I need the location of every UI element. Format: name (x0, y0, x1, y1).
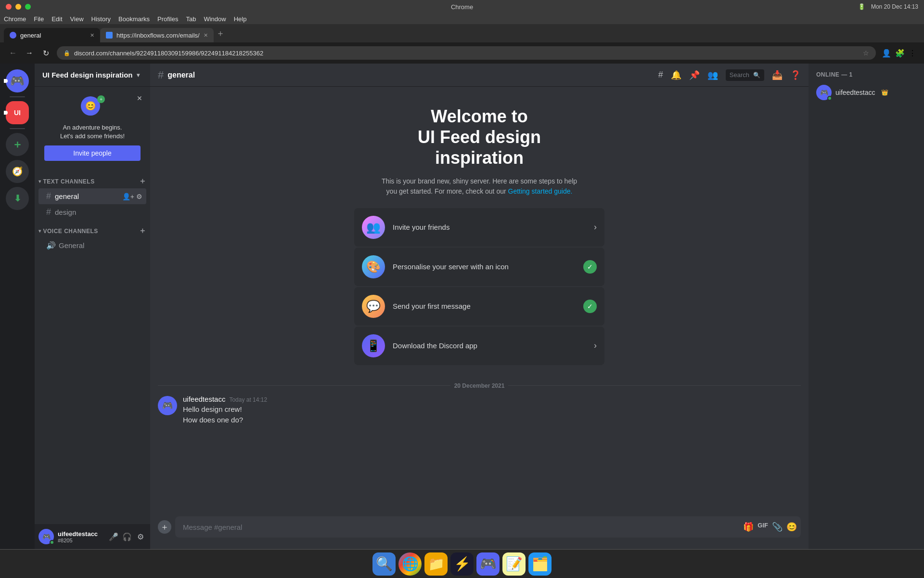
dock-notes[interactable]: 📝 (502, 552, 526, 576)
dock-folder[interactable]: 📁 (424, 552, 448, 576)
checklist-item-download[interactable]: 📱 Download the Discord app › (354, 327, 604, 365)
channel-item-design[interactable]: # design (38, 204, 146, 220)
channel-item-general[interactable]: # general 👤+ ⚙ (38, 188, 146, 204)
members-icon[interactable]: 👥 (707, 70, 718, 80)
menu-history[interactable]: History (91, 15, 111, 23)
close-button[interactable] (6, 4, 12, 10)
add-text-channel-button[interactable]: ＋ (139, 176, 147, 186)
voice-channels-chevron: ▾ (38, 228, 41, 234)
address-field[interactable]: 🔒 discord.com/channels/92249118030915998… (57, 46, 876, 60)
minimize-button[interactable] (15, 4, 21, 10)
inbox-icon[interactable]: 📥 (772, 70, 783, 80)
traffic-lights[interactable] (6, 4, 31, 10)
menu-tab[interactable]: Tab (186, 15, 196, 23)
new-tab-button[interactable]: ＋ (214, 26, 227, 40)
channel-item-general-voice[interactable]: 🔊 General (38, 238, 146, 253)
reload-button[interactable]: ↻ (40, 48, 51, 58)
invite-chevron-icon: › (594, 222, 597, 232)
threads-icon[interactable]: # (658, 70, 663, 80)
user-settings-button[interactable]: ⚙ (135, 531, 146, 542)
invite-popup-close[interactable]: ✕ (137, 94, 142, 102)
message-group: 🎮 uifeedtestacc Today at 14:12 Hello des… (150, 393, 808, 428)
tab-inbox-label: https://inboxflows.com/emails/ (116, 32, 200, 39)
mute-button[interactable]: 🎤 (108, 531, 119, 542)
message-line-1: Hello design crew! (183, 404, 801, 415)
menu-view[interactable]: View (70, 15, 84, 23)
add-member-icon[interactable]: 👤+ (122, 193, 134, 200)
member-item-uifeedtestacc[interactable]: 🎮 uifeedtestacc 👑 (812, 82, 920, 103)
help-icon[interactable]: ❓ (790, 70, 801, 80)
menu-profiles[interactable]: Profiles (157, 15, 178, 23)
tab-discord-label: general (20, 32, 41, 39)
server-icon-home[interactable]: 🎮 (6, 69, 29, 92)
message-emoji: 💬 (366, 300, 381, 313)
pin-icon[interactable]: 📌 (689, 70, 700, 80)
menu-edit[interactable]: Edit (51, 15, 62, 23)
menu-bookmarks[interactable]: Bookmarks (118, 15, 150, 23)
gif-icon[interactable]: GIF (757, 522, 768, 532)
extensions-icon[interactable]: 🧩 (895, 49, 905, 58)
menu-chrome[interactable]: Chrome (4, 15, 26, 23)
app-name: Chrome (451, 3, 473, 11)
search-icon: 🔍 (753, 72, 760, 79)
more-icon[interactable]: ⋮ (909, 49, 916, 58)
forward-button[interactable]: → (24, 48, 35, 58)
add-voice-channel-button[interactable]: ＋ (139, 226, 147, 236)
text-channels-chevron: ▾ (38, 179, 41, 184)
invite-people-button[interactable]: Invite people (44, 145, 141, 161)
dock-files[interactable]: 🗂️ (528, 552, 552, 576)
text-channels-header[interactable]: ▾ TEXT CHANNELS ＋ (35, 174, 150, 188)
message-add-button[interactable]: ＋ (158, 520, 171, 534)
address-text[interactable]: discord.com/channels/922491180309159986/… (74, 50, 859, 57)
message-input[interactable] (183, 523, 739, 531)
maximize-button[interactable] (25, 4, 31, 10)
server-header[interactable]: UI Feed design inspiration ▾ (35, 64, 150, 87)
gift-icon[interactable]: 🎁 (743, 522, 754, 532)
checklist-item-invite[interactable]: 👥 Invite your friends › (354, 208, 604, 247)
welcome-area: Welcome toUI Feed designinspiration This… (150, 87, 808, 375)
checklist-item-message[interactable]: 💬 Send your first message ✓ (354, 287, 604, 326)
message-check-icon: ✓ (583, 300, 597, 313)
sticker-icon[interactable]: 📎 (772, 522, 783, 532)
user-name: uifeedtestacc (58, 530, 104, 538)
server-icon-uifeed[interactable]: UI (6, 101, 29, 124)
status-dot (50, 540, 54, 545)
checklist-item-customize[interactable]: 🎨 Personalise your server with an icon ✓ (354, 248, 604, 286)
channel-settings-icon[interactable]: ⚙ (136, 193, 142, 200)
message-label: Send your first message (393, 302, 576, 310)
menu-window[interactable]: Window (204, 15, 226, 23)
member-name: uifeedtestacc (835, 89, 875, 96)
message-content: uifeedtestacc Today at 14:12 Hello desig… (183, 395, 801, 426)
profile-icon[interactable]: 👤 (882, 49, 891, 58)
server-divider-2 (10, 128, 25, 129)
dock-discord[interactable]: 🎮 (476, 552, 500, 576)
notifications-icon[interactable]: 🔔 (671, 70, 681, 80)
emoji-icon[interactable]: 😊 (786, 522, 797, 532)
tab-discord-close[interactable]: ✕ (90, 32, 94, 39)
server-icon-add[interactable]: ＋ (6, 133, 29, 156)
download-chevron-icon: › (594, 341, 597, 351)
search-bar[interactable]: Search 🔍 (726, 69, 764, 81)
voice-channels-header[interactable]: ▾ VOICE CHANNELS ＋ (35, 224, 150, 238)
getting-started-link[interactable]: Getting started guide. (508, 187, 573, 195)
deafen-button[interactable]: 🎧 (121, 531, 133, 542)
user-discriminator: #8205 (58, 538, 104, 543)
dock-finder[interactable]: 🔍 (372, 552, 396, 576)
tab-discord[interactable]: general ✕ (4, 28, 100, 42)
dock-chrome[interactable]: 🌐 (398, 552, 422, 576)
tab-inbox[interactable]: https://inboxflows.com/emails/ ✕ (100, 28, 214, 42)
dock-terminal[interactable]: ⚡ (450, 552, 474, 576)
menu-help[interactable]: Help (234, 15, 247, 23)
server-icon-download[interactable]: ⬇ (6, 187, 29, 210)
invite-popup-icon: 😊 ＋ (81, 96, 104, 119)
checklist: 👥 Invite your friends › 🎨 Personalise yo… (354, 208, 604, 365)
lock-icon: 🔒 (64, 50, 70, 56)
invite-badge: ＋ (97, 95, 105, 103)
menu-file[interactable]: File (34, 15, 44, 23)
back-button[interactable]: ← (8, 48, 18, 58)
time-display: Mon 20 Dec 14:13 (871, 3, 918, 10)
voice-channels-label: VOICE CHANNELS (43, 228, 98, 235)
bookmark-icon[interactable]: ☆ (863, 49, 869, 57)
tab-inbox-close[interactable]: ✕ (204, 32, 208, 39)
server-icon-discover[interactable]: 🧭 (6, 160, 29, 183)
